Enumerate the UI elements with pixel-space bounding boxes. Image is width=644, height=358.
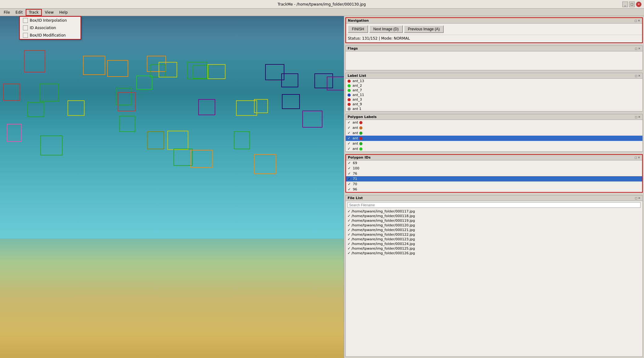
- label-item[interactable]: ant_13: [346, 79, 642, 83]
- polygon-labels-title: Polygon Labels: [348, 115, 377, 119]
- file-list-item[interactable]: ✓ /home/tpware/img_folder/000117.jpg: [346, 209, 642, 214]
- polygon-id-value: 69: [353, 161, 357, 165]
- file-list-header: File List ◻ ✕: [346, 195, 642, 201]
- flags-section: Flags ◻ ✕: [345, 46, 643, 70]
- file-list-item[interactable]: ✓ /home/tpware/img_folder/000120.jpg: [346, 223, 642, 228]
- label-item[interactable]: ant_9: [346, 102, 642, 107]
- poly-label-name: ant: [353, 136, 358, 140]
- menu-track[interactable]: Track: [26, 9, 42, 16]
- poly-label-name: ant: [353, 142, 358, 146]
- previous-image-button[interactable]: Previous Image (A): [404, 25, 444, 33]
- file-list-item[interactable]: ✓ /home/tpware/img_folder/000118.jpg: [346, 214, 642, 218]
- finish-button[interactable]: FINISH: [348, 25, 368, 33]
- label-color-dot: [348, 84, 351, 87]
- maximize-button[interactable]: □: [629, 2, 635, 7]
- dropdown-item-box-interpolation[interactable]: Box/ID Interpolation: [20, 17, 81, 24]
- polygon-id-value: 70: [353, 182, 357, 186]
- polygon-label-item[interactable]: ✓ ant: [346, 141, 642, 146]
- dropdown-label-box-modification: Box/ID Modification: [30, 33, 66, 37]
- label-list-title: Label List: [348, 74, 366, 78]
- poly-label-name: ant: [353, 147, 358, 151]
- box-modification-icon: [23, 33, 28, 38]
- menu-file[interactable]: File: [1, 10, 12, 15]
- window-title: TrackMe - /home/tpware/img_folder/000130…: [21, 2, 622, 7]
- poly-label-color-dot: [359, 126, 362, 129]
- label-name: ant 1: [353, 107, 361, 111]
- polygon-label-item[interactable]: ✓ ant: [346, 130, 642, 136]
- menu-edit[interactable]: Edit: [13, 10, 25, 15]
- label-item[interactable]: ant_7: [346, 88, 642, 93]
- label-item[interactable]: ant_3: [346, 97, 642, 102]
- polygon-ids-title: Polygon IDs: [348, 155, 370, 159]
- menu-help[interactable]: Help: [57, 10, 70, 15]
- polygon-label-item[interactable]: ✓ ant: [346, 136, 642, 141]
- checkmark-icon: ✓: [348, 147, 351, 151]
- label-name: ant_9: [353, 102, 362, 106]
- label-name: ant_13: [353, 79, 364, 83]
- file-list-item[interactable]: ✓ /home/tpware/img_folder/000122.jpg: [346, 232, 642, 237]
- file-search-input[interactable]: [348, 202, 641, 208]
- polygon-id-item[interactable]: ✓ 69: [346, 160, 642, 166]
- polygon-id-item[interactable]: ✓ 70: [346, 181, 642, 187]
- dropdown-item-id-association[interactable]: ID Association: [20, 24, 81, 32]
- polygon-ids-icon-1: ◻: [634, 156, 637, 159]
- minimize-button[interactable]: _: [622, 2, 628, 7]
- next-image-button[interactable]: Next Image (D): [369, 25, 402, 33]
- label-item[interactable]: ant_11: [346, 93, 642, 97]
- file-list-icon-1: ◻: [635, 196, 637, 200]
- label-list-items: ant_13 ant_2 ant_7 ant_11 ant_3 ant_9 an…: [346, 79, 642, 111]
- flags-header: Flags ◻ ✕: [346, 46, 642, 51]
- polygon-id-item[interactable]: ✓ 96: [346, 187, 642, 192]
- dropdown-label-id-association: ID Association: [30, 26, 56, 30]
- file-list-item[interactable]: ✓ /home/tpware/img_folder/000125.jpg: [346, 246, 642, 251]
- file-list-items: ✓ /home/tpware/img_folder/000117.jpg✓ /h…: [346, 209, 642, 356]
- label-list-panel-icons: ◻ ✕: [635, 74, 641, 77]
- label-name: ant_7: [353, 88, 362, 92]
- label-item[interactable]: ant_2: [346, 83, 642, 88]
- poly-label-color-dot: [359, 137, 362, 140]
- polygon-ids-section: Polygon IDs ◻ ✕ ✓ 69 ✓ 100 ✓ 76 ✓ 71 ✓ 7…: [345, 154, 643, 193]
- polygon-id-value: 100: [353, 166, 359, 170]
- file-list-item[interactable]: ✓ /home/tpware/img_folder/000123.jpg: [346, 237, 642, 242]
- label-color-dot: [348, 80, 351, 83]
- polygon-id-item[interactable]: ✓ 76: [346, 171, 642, 176]
- flags-panel-icons: ◻ ✕: [635, 47, 641, 50]
- menu-view[interactable]: View: [42, 10, 56, 15]
- file-list-item[interactable]: ✓ /home/tpware/img_folder/000119.jpg: [346, 218, 642, 223]
- label-list-section: Label List ◻ ✕ ant_13 ant_2 ant_7 ant_11…: [345, 73, 643, 111]
- id-checkmark-icon: ✓: [348, 187, 352, 191]
- label-name: ant_3: [353, 98, 362, 102]
- polygon-id-item[interactable]: ✓ 100: [346, 166, 642, 171]
- polygon-ids-icon-2: ✕: [638, 156, 640, 159]
- file-list-item[interactable]: ✓ /home/tpware/img_folder/000126.jpg: [346, 251, 642, 255]
- navigation-panel-icons: ◻ ✕: [634, 19, 640, 22]
- polygon-label-item[interactable]: ✓ ant: [346, 120, 642, 125]
- poly-label-name: ant: [353, 120, 358, 124]
- label-color-dot: [348, 98, 351, 101]
- polygon-id-value: 71: [353, 177, 357, 181]
- polygon-id-item[interactable]: ✓ 71: [346, 176, 642, 181]
- title-bar: TrackMe - /home/tpware/img_folder/000130…: [0, 0, 644, 9]
- label-color-dot: [348, 89, 351, 92]
- id-checkmark-icon: ✓: [348, 166, 352, 170]
- window-controls: _ □ ✕: [622, 2, 642, 7]
- polygon-label-item[interactable]: ✓ ant: [346, 125, 642, 130]
- poly-label-color-dot: [359, 132, 362, 135]
- polygon-label-item[interactable]: ✓ ant: [346, 146, 642, 151]
- file-list-item[interactable]: ✓ /home/tpware/img_folder/000121.jpg: [346, 228, 642, 232]
- polygon-labels-section: Polygon Labels ◻ ✕ ✓ ant ✓ ant ✓ ant ✓ a…: [345, 114, 643, 152]
- label-item[interactable]: ant 1: [346, 107, 642, 111]
- canvas-area[interactable]: [0, 16, 344, 358]
- polygon-id-value: 96: [353, 187, 357, 191]
- file-list-section: File List ◻ ✕ ✓ /home/tpware/img_folder/…: [345, 195, 643, 357]
- close-button[interactable]: ✕: [636, 2, 642, 7]
- dropdown-item-box-modification[interactable]: Box/ID Modification: [20, 32, 81, 39]
- beach-background: [0, 238, 344, 358]
- poly-label-color-dot: [359, 142, 362, 145]
- id-association-icon: [23, 25, 28, 30]
- navigation-section: Navigation ◻ ✕ FINISH Next Image (D) Pre…: [345, 17, 643, 43]
- flags-icon-2: ✕: [638, 47, 641, 50]
- polygon-ids-items: ✓ 69 ✓ 100 ✓ 76 ✓ 71 ✓ 70 ✓ 96: [346, 160, 642, 192]
- checkmark-icon: ✓: [348, 131, 351, 135]
- file-list-item[interactable]: ✓ /home/tpware/img_folder/000124.jpg: [346, 242, 642, 246]
